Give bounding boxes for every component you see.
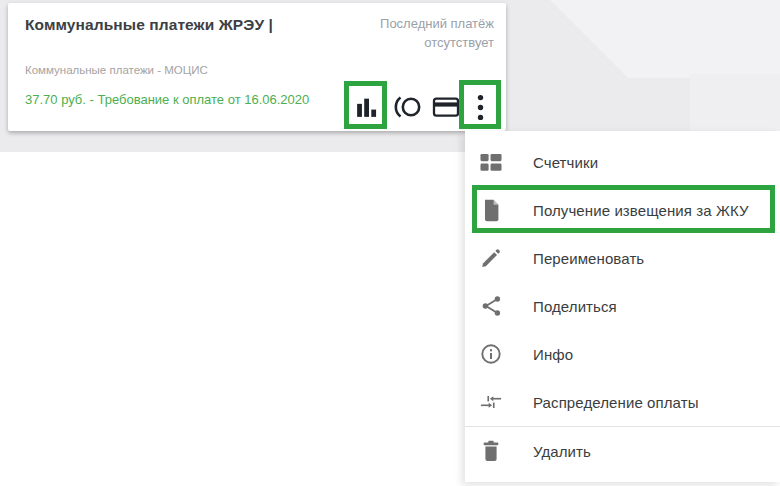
meters-icon [480,151,502,173]
card-subtitle: Коммунальные платежи - МОЦИС [25,64,208,76]
dropdown-menu: Счетчики Получение извещения за ЖКУ Пере… [465,131,780,482]
credit-card-icon [432,95,460,119]
card-title: Коммунальные платежи ЖРЭУ | [25,16,325,34]
menu-item-counters[interactable]: Счетчики [465,138,780,186]
last-payment-status: Последний платёж отсутствует [366,14,494,52]
trash-icon [480,440,502,462]
compare-arrows-icon [480,391,502,413]
menu-item-label: Распределение оплаты [533,394,699,411]
menu-item-label: Удалить [533,443,591,460]
menu-item-label: Поделиться [533,298,617,315]
menu-item-rename[interactable]: Переименовать [465,234,780,282]
background-patch [690,74,780,134]
menu-item-payment-distribution[interactable]: Распределение оплаты [465,378,780,426]
payment-card[interactable]: Коммунальные платежи ЖРЭУ | Последний пл… [8,3,506,131]
menu-item-info[interactable]: Инфо [465,330,780,378]
document-icon [480,199,502,221]
credit-card-button[interactable] [432,95,460,119]
bar-chart-icon [354,95,379,120]
repeat-payment-icon [392,94,422,120]
share-icon [480,295,502,317]
more-vert-icon [476,94,485,121]
menu-item-label: Счетчики [533,154,598,171]
pencil-icon [480,247,502,269]
menu-item-label: Переименовать [533,250,644,267]
menu-item-housing-notice[interactable]: Получение извещения за ЖКУ [465,186,780,234]
repeat-payment-button[interactable] [392,94,422,120]
menu-item-label: Получение извещения за ЖКУ [533,202,749,219]
menu-item-delete[interactable]: Удалить [465,427,780,475]
menu-item-share[interactable]: Поделиться [465,282,780,330]
payment-requirement-text: 37.70 руб. - Требование к оплате от 16.0… [25,92,309,107]
info-icon [480,343,502,365]
menu-item-label: Инфо [533,346,573,363]
more-vert-button[interactable] [476,94,485,121]
bar-chart-button[interactable] [354,95,379,120]
